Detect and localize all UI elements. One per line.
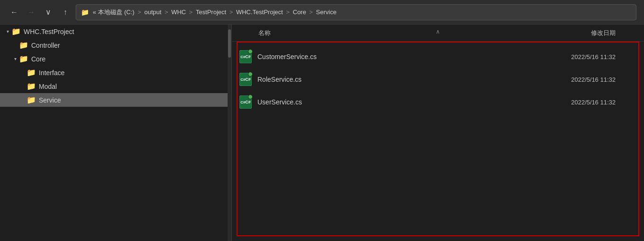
path-whc-testproject: WHC.TestProject — [236, 9, 283, 16]
sidebar-item-label-core: Core — [31, 55, 45, 63]
sidebar-item-service[interactable]: ▶ 📁 Service — [0, 93, 231, 107]
sidebar-scrollbar[interactable] — [228, 25, 231, 241]
sidebar-item-whc-testproject[interactable]: ▾ 📁 WHC.TestProject — [0, 25, 231, 38]
sep6: > — [308, 9, 315, 16]
cs-file-icon-customer: C# — [239, 50, 253, 63]
up-button[interactable]: ↑ — [59, 6, 72, 19]
column-header: ∧ 名称 修改日期 — [232, 25, 644, 42]
path-service: Service — [316, 9, 336, 16]
sidebar-item-label-service: Service — [39, 96, 61, 104]
path-bar[interactable]: 📁 « 本地磁盘 (C:) > output > WHC > TestProje… — [76, 4, 636, 20]
sidebar-item-controller[interactable]: ▶ 📁 Controller — [0, 38, 231, 52]
file-name-role: RoleService.cs — [257, 76, 571, 83]
file-date-user: 2022/5/16 11:32 — [571, 99, 636, 106]
sep3: > — [187, 9, 194, 16]
path-output: output — [144, 9, 161, 16]
file-date-customer: 2022/5/16 11:32 — [571, 53, 636, 60]
sidebar-item-label-modal: Modal — [39, 83, 57, 90]
folder-interface-icon: 📁 — [26, 68, 36, 77]
folder-service-icon: 📁 — [26, 95, 36, 104]
path-whc: WHC — [171, 9, 186, 16]
path-text: « — [93, 9, 98, 16]
file-name-user: UserService.cs — [257, 98, 571, 106]
path-core: Core — [293, 9, 306, 16]
folder-whc-icon: 📁 — [11, 27, 21, 36]
sidebar-item-core[interactable]: ▾ 📁 Core — [0, 52, 231, 66]
dropdown-button[interactable]: ∨ — [42, 6, 55, 19]
list-item[interactable]: C# RoleService.cs 2022/5/16 11:32 — [232, 68, 644, 91]
path-testproject: TestProject — [196, 9, 226, 16]
folder-controller-icon: 📁 — [19, 41, 28, 50]
sidebar-item-label-interface: Interface — [39, 69, 64, 77]
sidebar-item-modal[interactable]: ▶ 📁 Modal — [0, 79, 231, 93]
sidebar-item-label-controller: Controller — [31, 42, 60, 49]
sidebar-item-interface[interactable]: ▶ 📁 Interface — [0, 66, 231, 79]
sep5: > — [284, 9, 291, 16]
sidebar-scroll-thumb — [228, 29, 231, 58]
folder-modal-icon: 📁 — [26, 82, 36, 91]
chevron-core-icon: ▾ — [11, 55, 19, 63]
sidebar-item-label-whc: WHC.TestProject — [24, 28, 74, 35]
up-icon: ↑ — [63, 8, 67, 17]
path-folder-icon: 📁 — [81, 9, 89, 16]
back-icon: ← — [10, 8, 18, 17]
file-date-role: 2022/5/16 11:32 — [571, 76, 636, 83]
list-item[interactable]: C# UserService.cs 2022/5/16 11:32 — [232, 91, 644, 113]
forward-button[interactable]: → — [25, 6, 38, 19]
column-date-label: 修改日期 — [591, 29, 616, 37]
list-item[interactable]: C# CustomerService.cs 2022/5/16 11:32 — [232, 45, 644, 68]
file-list: C# CustomerService.cs 2022/5/16 11:32 C#… — [232, 42, 644, 241]
path-localdisk: 本地磁盘 (C:) — [98, 8, 134, 17]
sep1: > — [136, 9, 143, 16]
back-button[interactable]: ← — [8, 6, 21, 19]
dropdown-icon: ∨ — [45, 8, 51, 17]
sep4: > — [228, 9, 235, 16]
folder-core-icon: 📁 — [19, 54, 28, 63]
cs-file-icon-role: C# — [239, 73, 253, 86]
cs-file-icon-user: C# — [239, 95, 253, 109]
sep2: > — [163, 9, 170, 16]
chevron-whc-icon: ▾ — [4, 28, 11, 35]
sort-arrow-icon: ∧ — [436, 28, 440, 35]
forward-icon: → — [27, 8, 35, 17]
column-name-label: 名称 — [239, 29, 271, 37]
file-name-customer: CustomerService.cs — [257, 53, 571, 60]
sidebar: ▾ 📁 WHC.TestProject ▶ 📁 Controller ▾ 📁 C… — [0, 25, 232, 241]
main-layout: ▾ 📁 WHC.TestProject ▶ 📁 Controller ▾ 📁 C… — [0, 25, 644, 241]
address-bar: ← → ∨ ↑ 📁 « 本地磁盘 (C:) > output > WHC > T… — [0, 0, 644, 25]
content-area: ∧ 名称 修改日期 C# CustomerService.cs 2022/5/1… — [232, 25, 644, 241]
